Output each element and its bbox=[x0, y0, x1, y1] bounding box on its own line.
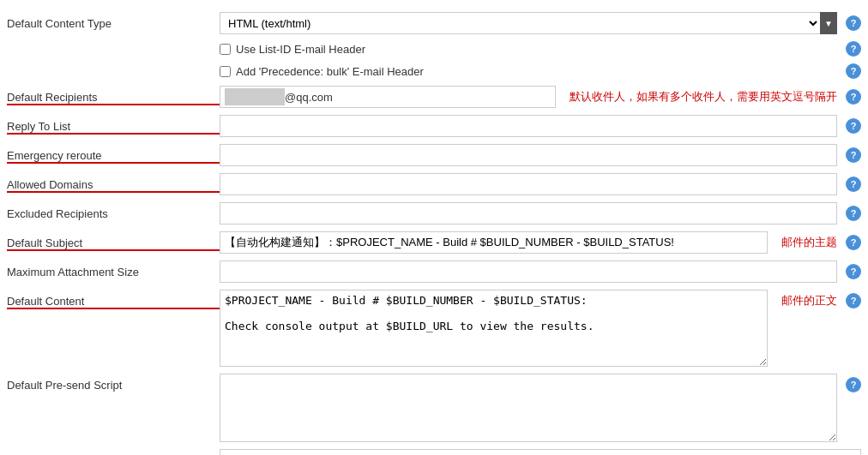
default-subject-row: Default Subject 邮件的主题 ? bbox=[0, 228, 868, 257]
add-precedence-row: Add 'Precedence: bulk' E-mail Header ? bbox=[0, 60, 868, 82]
help-icon-precedence[interactable]: ? bbox=[846, 63, 861, 79]
default-recipients-label: Default Recipients bbox=[7, 86, 220, 104]
default-post-send-script-input-col bbox=[220, 449, 861, 455]
default-content-type-row: Default Content Type HTML (text/html) ▼ … bbox=[0, 9, 868, 38]
subject-annotation: 邮件的主题 bbox=[781, 235, 837, 250]
default-content-input-col: 邮件的正文 ? bbox=[220, 290, 861, 367]
settings-page: Default Content Type HTML (text/html) ▼ … bbox=[0, 0, 868, 455]
allowed-domains-input-col: ? bbox=[220, 173, 861, 195]
content-type-select-wrap: HTML (text/html) ▼ bbox=[220, 12, 837, 34]
excluded-recipients-row: Excluded Recipients ? bbox=[0, 199, 868, 228]
blurred-email bbox=[225, 88, 285, 105]
default-post-send-script-label: Default Post-send Script bbox=[7, 449, 220, 455]
emergency-reroute-input[interactable] bbox=[220, 144, 837, 166]
default-subject-input-col: 邮件的主题 ? bbox=[220, 231, 861, 254]
emergency-reroute-label: Emergency reroute bbox=[7, 144, 220, 162]
reply-to-list-row: Reply To List ? bbox=[0, 111, 868, 141]
recipients-annotation: 默认收件人，如果有多个收件人，需要用英文逗号隔开 bbox=[570, 89, 837, 105]
default-subject-label: Default Subject bbox=[7, 231, 220, 249]
email-domain: @qq.com bbox=[285, 91, 333, 104]
help-icon-default-content[interactable]: ? bbox=[846, 293, 861, 308]
reply-to-list-input[interactable] bbox=[220, 115, 837, 137]
reply-to-list-label: Reply To List bbox=[7, 115, 220, 133]
default-post-send-script-textarea[interactable] bbox=[220, 449, 861, 455]
default-post-send-script-row: Default Post-send Script bbox=[0, 446, 868, 455]
default-content-type-input-col: HTML (text/html) ▼ ? bbox=[220, 12, 861, 34]
default-pre-send-script-row: Default Pre-send Script ? bbox=[0, 370, 868, 446]
use-listid-label: Use List-ID E-mail Header bbox=[236, 43, 365, 56]
default-content-textarea[interactable] bbox=[220, 290, 768, 367]
emergency-reroute-row: Emergency reroute ? bbox=[0, 141, 868, 170]
add-precedence-checkbox[interactable] bbox=[220, 66, 231, 77]
content-type-select[interactable]: HTML (text/html) bbox=[220, 12, 821, 34]
default-pre-send-script-label: Default Pre-send Script bbox=[7, 374, 220, 392]
excluded-recipients-input[interactable] bbox=[220, 202, 837, 225]
default-pre-send-script-textarea[interactable] bbox=[220, 374, 837, 442]
default-subject-input[interactable] bbox=[220, 231, 768, 254]
add-precedence-label: Add 'Precedence: bulk' E-mail Header bbox=[236, 65, 424, 78]
max-attachment-size-input[interactable] bbox=[220, 260, 837, 283]
default-pre-send-script-input-col: ? bbox=[220, 374, 861, 442]
help-icon-pre-send-script[interactable]: ? bbox=[846, 377, 861, 392]
reply-to-list-input-col: ? bbox=[220, 115, 861, 137]
max-attachment-size-input-col: ? bbox=[220, 260, 861, 283]
excluded-recipients-input-col: ? bbox=[220, 202, 861, 225]
allowed-domains-label: Allowed Domains bbox=[7, 173, 220, 191]
use-listid-row: Use List-ID E-mail Header ? bbox=[0, 38, 868, 60]
help-icon-recipients[interactable]: ? bbox=[846, 89, 861, 105]
max-attachment-size-label: Maximum Attachment Size bbox=[7, 260, 220, 278]
help-icon-listid[interactable]: ? bbox=[846, 41, 861, 57]
max-attachment-size-row: Maximum Attachment Size ? bbox=[0, 257, 868, 286]
dropdown-arrow-icon[interactable]: ▼ bbox=[820, 12, 837, 34]
help-icon-allowed-domains[interactable]: ? bbox=[846, 177, 861, 192]
help-icon-max-attachment-size[interactable]: ? bbox=[846, 264, 861, 279]
allowed-domains-row: Allowed Domains ? bbox=[0, 170, 868, 199]
allowed-domains-input[interactable] bbox=[220, 173, 837, 195]
content-annotation: 邮件的正文 bbox=[781, 293, 837, 308]
recipients-field[interactable]: @qq.com bbox=[220, 86, 556, 108]
help-icon-excluded-recipients[interactable]: ? bbox=[846, 206, 861, 221]
help-icon-default-subject[interactable]: ? bbox=[846, 235, 861, 250]
help-icon-reply-to-list[interactable]: ? bbox=[846, 118, 861, 134]
default-content-label: Default Content bbox=[7, 290, 220, 308]
default-recipients-row: Default Recipients @qq.com 默认收件人，如果有多个收件… bbox=[0, 82, 868, 111]
excluded-recipients-label: Excluded Recipients bbox=[7, 202, 220, 220]
default-content-type-label: Default Content Type bbox=[7, 12, 220, 30]
help-icon-emergency-reroute[interactable]: ? bbox=[846, 147, 861, 163]
help-icon-content-type[interactable]: ? bbox=[846, 15, 861, 31]
default-content-row: Default Content 邮件的正文 ? bbox=[0, 286, 868, 370]
use-listid-checkbox[interactable] bbox=[220, 44, 231, 55]
default-recipients-input-col: @qq.com 默认收件人，如果有多个收件人，需要用英文逗号隔开 ? bbox=[220, 86, 861, 108]
emergency-reroute-input-col: ? bbox=[220, 144, 861, 166]
